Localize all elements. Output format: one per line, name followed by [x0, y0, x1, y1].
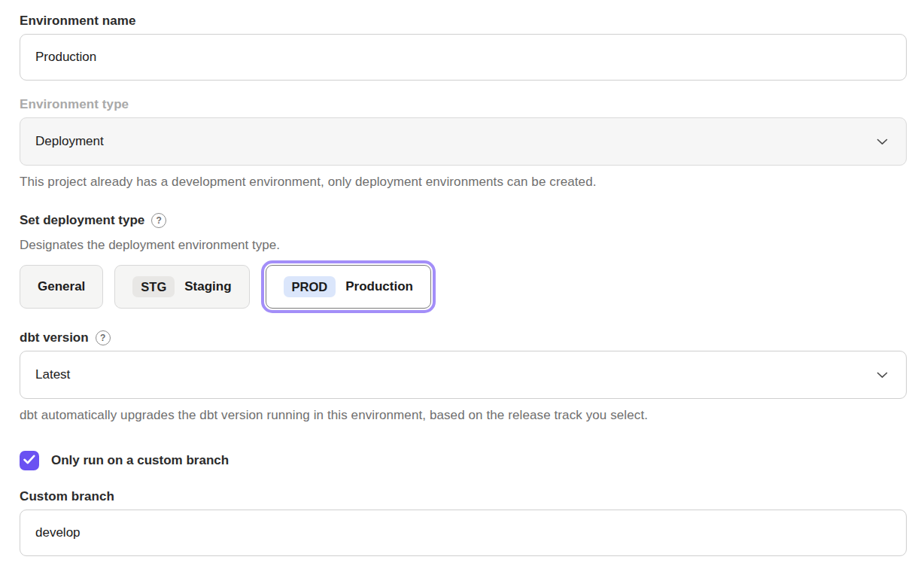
custom-branch-checkbox[interactable]	[20, 451, 39, 470]
help-icon[interactable]: ?	[151, 213, 166, 228]
deployment-type-description: Designates the deployment environment ty…	[20, 238, 907, 253]
custom-branch-field: Custom branch	[20, 489, 907, 556]
deployment-type-staging-label: Staging	[184, 279, 231, 294]
deployment-type-section: Set deployment type ? Designates the dep…	[20, 213, 907, 309]
dbt-version-label: dbt version	[20, 330, 89, 345]
environment-settings-form: Environment name Environment type Deploy…	[0, 0, 924, 556]
environment-name-label: Environment name	[20, 14, 907, 29]
custom-branch-toggle-row: Only run on a custom branch	[20, 451, 907, 470]
environment-name-field: Environment name	[20, 14, 907, 81]
deployment-type-staging-button[interactable]: STG Staging	[114, 265, 249, 309]
production-badge: PROD	[284, 276, 336, 298]
environment-type-label: Environment type	[20, 97, 907, 112]
chevron-down-icon	[877, 372, 888, 379]
dbt-version-field: dbt version ? Latest dbt automatically u…	[20, 330, 907, 423]
staging-badge: STG	[132, 276, 175, 298]
dbt-version-helper: dbt automatically upgrades the dbt versi…	[20, 408, 907, 423]
environment-name-input[interactable]	[20, 34, 907, 81]
chevron-down-icon	[877, 138, 888, 145]
custom-branch-label: Custom branch	[20, 489, 907, 504]
dbt-version-select[interactable]: Latest	[20, 351, 907, 399]
environment-type-helper: This project already has a development e…	[20, 175, 907, 190]
deployment-type-options: General STG Staging PROD Production	[20, 265, 907, 309]
checkmark-icon	[23, 454, 35, 467]
deployment-type-general-label: General	[38, 279, 85, 294]
environment-type-select[interactable]: Deployment	[20, 117, 907, 166]
deployment-type-general-button[interactable]: General	[20, 265, 103, 309]
help-icon[interactable]: ?	[96, 330, 111, 345]
dbt-version-value: Latest	[35, 367, 70, 382]
custom-branch-toggle-label[interactable]: Only run on a custom branch	[51, 453, 229, 468]
environment-type-value: Deployment	[35, 134, 104, 149]
environment-type-field: Environment type Deployment This project…	[20, 97, 907, 190]
deployment-type-heading: Set deployment type	[20, 213, 144, 228]
deployment-type-production-label: Production	[345, 279, 413, 294]
custom-branch-input[interactable]	[20, 510, 907, 556]
deployment-type-production-button[interactable]: PROD Production	[266, 265, 431, 309]
